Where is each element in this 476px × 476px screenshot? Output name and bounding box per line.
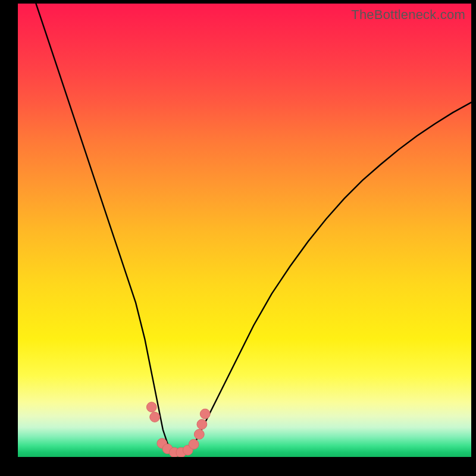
watermark-text: TheBottleneck.com — [351, 7, 465, 23]
data-marker — [197, 419, 207, 430]
marker-group — [146, 402, 210, 457]
data-marker — [189, 439, 199, 449]
data-marker — [146, 402, 156, 412]
chart-frame: TheBottleneck.com — [0, 0, 476, 476]
data-marker — [200, 409, 210, 419]
data-marker — [150, 412, 160, 422]
bottleneck-curve — [36, 4, 471, 455]
data-marker — [194, 430, 204, 440]
chart-svg — [18, 4, 471, 457]
plot-area: TheBottleneck.com — [18, 4, 471, 457]
